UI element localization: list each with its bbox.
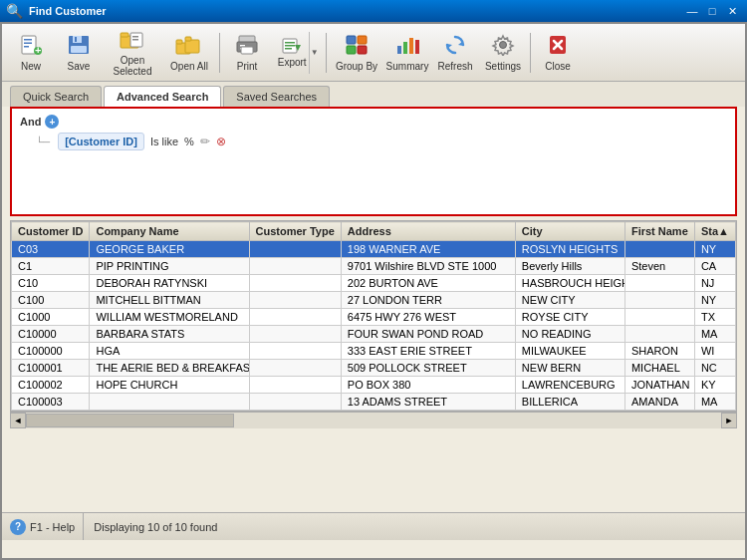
svg-rect-29 <box>347 36 356 44</box>
condition-operator: Is like <box>150 136 178 147</box>
open-selected-label: Open Selected <box>107 55 158 77</box>
table-cell: HGA <box>90 343 249 360</box>
print-button[interactable]: Print <box>224 29 270 77</box>
col-header-customer-id[interactable]: Customer ID <box>12 222 90 241</box>
condition-row: └─ [Customer ID] Is like % ✏ ⊗ <box>20 133 727 150</box>
svg-rect-26 <box>285 45 295 47</box>
svg-rect-14 <box>132 39 138 41</box>
svg-rect-30 <box>358 36 367 44</box>
summary-icon <box>395 34 419 59</box>
tab-saved-searches[interactable]: Saved Searches <box>223 86 330 107</box>
col-header-first-name[interactable]: First Name <box>624 222 694 241</box>
summary-button[interactable]: Summary <box>384 29 430 77</box>
table-cell: 13 ADAMS STREET <box>341 394 515 411</box>
table-cell: C100001 <box>12 360 90 377</box>
close-icon <box>546 34 570 59</box>
toolbar-separator-2 <box>326 33 327 73</box>
svg-rect-31 <box>347 46 356 54</box>
table-cell <box>249 241 341 258</box>
tab-quick-search[interactable]: Quick Search <box>10 86 102 107</box>
table-cell <box>249 394 341 411</box>
tab-advanced-search[interactable]: Advanced Search <box>104 86 221 107</box>
scroll-track[interactable] <box>26 413 721 428</box>
table-cell: SHARON <box>624 343 694 360</box>
delete-condition-button[interactable]: ⊗ <box>216 135 226 148</box>
svg-rect-2 <box>24 42 32 44</box>
col-header-state[interactable]: Sta▲ <box>694 222 735 241</box>
refresh-button[interactable]: Refresh <box>432 29 478 77</box>
content-area: Customer ID Company Name Customer Type A… <box>2 216 745 431</box>
table-cell: LAWRENCEBURG <box>515 377 624 394</box>
help-icon: ? <box>10 519 26 535</box>
table-row[interactable]: C10000313 ADAMS STREETBILLERICAAMANDAMA <box>12 394 736 411</box>
table-cell <box>624 241 694 258</box>
svg-rect-8 <box>75 37 77 42</box>
col-header-company-name[interactable]: Company Name <box>90 222 249 241</box>
table-cell <box>624 292 694 309</box>
export-dropdown-arrow[interactable]: ▼ <box>309 32 319 74</box>
table-wrapper[interactable]: Customer ID Company Name Customer Type A… <box>10 220 737 412</box>
table-row[interactable]: C100002HOPE CHURCHPO BOX 380LAWRENCEBURG… <box>12 377 736 394</box>
col-header-customer-type[interactable]: Customer Type <box>249 222 341 241</box>
toolbar-separator-3 <box>530 33 531 73</box>
toolbar-separator-1 <box>219 33 220 73</box>
table-cell <box>249 309 341 326</box>
table-row[interactable]: C100001THE AERIE BED & BREAKFAST509 POLL… <box>12 360 736 377</box>
svg-rect-32 <box>358 46 367 54</box>
table-row[interactable]: C03GEORGE BAKER198 WARNER AVEROSLYN HEIG… <box>12 241 736 258</box>
col-header-address[interactable]: Address <box>341 222 515 241</box>
table-row[interactable]: C100MITCHELL BITTMAN27 LONDON TERRNEW CI… <box>12 292 736 309</box>
toolbar: + New Save <box>2 24 745 82</box>
table-cell <box>90 394 249 411</box>
settings-button[interactable]: Settings <box>480 29 526 77</box>
table-cell: NO READING <box>515 326 624 343</box>
table-cell: NY <box>694 292 735 309</box>
export-main: Export <box>275 32 309 74</box>
add-condition-button[interactable]: + <box>45 115 59 129</box>
export-button[interactable]: Export ▼ <box>272 29 322 77</box>
summary-label: Summary <box>386 61 429 72</box>
table-row[interactable]: C100000HGA333 EAST ERIE STREETMILWAUKEES… <box>12 343 736 360</box>
and-label: And <box>20 116 41 128</box>
table-row[interactable]: C10000BARBARA STATSFOUR SWAN POND ROADNO… <box>12 326 736 343</box>
svg-rect-25 <box>285 42 295 44</box>
open-selected-button[interactable]: Open Selected <box>104 29 161 77</box>
new-button[interactable]: + New <box>8 29 54 77</box>
table-cell: KY <box>694 377 735 394</box>
open-all-button[interactable]: Open All <box>163 29 215 77</box>
col-header-city[interactable]: City <box>515 222 624 241</box>
minimize-button[interactable]: — <box>683 3 701 19</box>
table-cell: Beverly Hills <box>515 258 624 275</box>
svg-rect-13 <box>132 36 138 38</box>
table-row[interactable]: C1000WILLIAM WESTMORELAND6475 HWY 276 WE… <box>12 309 736 326</box>
table-row[interactable]: C10DEBORAH RATYNSKI202 BURTON AVEHASBROU… <box>12 275 736 292</box>
tabs-area: Quick Search Advanced Search Saved Searc… <box>2 82 745 107</box>
open-all-label: Open All <box>170 61 208 72</box>
table-cell: PIP PRINTING <box>90 258 249 275</box>
table-cell <box>249 343 341 360</box>
svg-rect-3 <box>24 46 29 48</box>
table-cell <box>249 377 341 394</box>
horizontal-scrollbar[interactable]: ◄ ► <box>10 412 737 427</box>
svg-rect-18 <box>185 37 191 41</box>
scroll-left-button[interactable]: ◄ <box>10 413 26 428</box>
table-row[interactable]: C1PIP PRINTING9701 Wilshire BLVD STE 100… <box>12 258 736 275</box>
help-button[interactable]: ? F1 - Help <box>2 513 84 540</box>
save-button[interactable]: Save <box>56 29 102 77</box>
table-cell: JONATHAN <box>624 377 694 394</box>
table-cell: BARBARA STATS <box>90 326 249 343</box>
close-button[interactable]: Close <box>535 29 581 77</box>
table-cell <box>249 258 341 275</box>
close-window-button[interactable]: ✕ <box>723 3 741 19</box>
scroll-thumb[interactable] <box>26 414 234 427</box>
table-cell <box>249 326 341 343</box>
table-cell: ROSLYN HEIGHTS <box>515 241 624 258</box>
condition-connector: └─ <box>36 137 50 147</box>
maximize-button[interactable]: □ <box>703 3 721 19</box>
svg-rect-7 <box>73 36 82 43</box>
save-icon <box>67 34 91 59</box>
edit-condition-button[interactable]: ✏ <box>200 135 210 148</box>
table-cell: MA <box>694 394 735 411</box>
group-by-button[interactable]: Group By <box>331 29 382 77</box>
scroll-right-button[interactable]: ► <box>721 413 737 428</box>
